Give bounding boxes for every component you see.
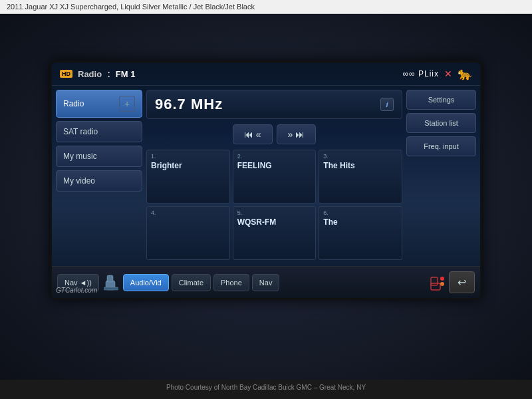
- transport-controls: ⏮ « » ⏭: [146, 124, 402, 144]
- screen-content: Radio + SAT radio My music My video: [52, 86, 480, 264]
- nav2-label: Nav: [259, 279, 273, 287]
- hd-logo: HD: [60, 70, 72, 78]
- radio-text: Radio: [78, 69, 102, 79]
- svg-point-6: [440, 282, 444, 286]
- station-6-num: 6.: [323, 209, 398, 216]
- frequency-display: 96.7 MHz i: [146, 90, 402, 119]
- phone-button[interactable]: Phone: [213, 274, 249, 291]
- prev-button[interactable]: ⏮ «: [233, 124, 273, 144]
- station-2-name: FEELING: [237, 161, 312, 170]
- page-title: 2011 Jaguar XJ XJ Supercharged, Liquid S…: [7, 3, 255, 11]
- station-5-name: WQSR-FM: [237, 217, 312, 227]
- audio-vid-label: Audio/Vid: [130, 279, 162, 287]
- right-sidebar: Settings Station list Freq. input: [406, 90, 476, 260]
- station-6[interactable]: 6. The: [319, 206, 402, 260]
- menu-video-label: My video: [63, 176, 95, 186]
- svg-rect-4: [431, 283, 440, 290]
- station-4-name: [151, 217, 225, 227]
- svg-point-5: [440, 277, 444, 281]
- menu-item-my-music[interactable]: My music: [56, 146, 142, 167]
- svg-rect-1: [107, 275, 113, 282]
- header-right: ∞∞ PLiix ✕ 🐆: [403, 66, 472, 81]
- center-area: 96.7 MHz i ⏮ « » ⏭ 1. Brighter: [146, 90, 402, 260]
- phone-label: Phone: [221, 279, 242, 287]
- menu-item-radio[interactable]: Radio +: [56, 90, 142, 118]
- station-1-name: Brighter: [151, 161, 225, 170]
- menu-music-label: My music: [63, 152, 97, 161]
- station-grid: 1. Brighter 2. FEELING 3. The Hits 4.: [146, 150, 402, 260]
- back-button[interactable]: ↩: [449, 271, 475, 293]
- left-menu: Radio + SAT radio My music My video: [56, 90, 142, 260]
- climate-button[interactable]: Climate: [172, 274, 211, 291]
- fm-label: FM 1: [116, 69, 136, 79]
- station-5-num: 5.: [237, 209, 312, 216]
- climate-label: Climate: [179, 279, 203, 287]
- svg-rect-2: [104, 287, 118, 290]
- station-2[interactable]: 2. FEELING: [233, 150, 317, 203]
- station-3-num: 3.: [323, 153, 398, 160]
- pliix-logo: ∞∞ PLiix: [403, 69, 439, 78]
- menu-item-my-video[interactable]: My video: [56, 170, 142, 192]
- bottom-nav: Nav ◄)) Audio/Vid Climate Phone: [52, 266, 480, 298]
- station-1-num: 1.: [151, 153, 225, 160]
- station-5[interactable]: 5. WQSR-FM: [233, 206, 317, 260]
- station-3-name: The Hits: [323, 161, 398, 170]
- freq-input-button[interactable]: Freq. input: [406, 136, 476, 156]
- station-3[interactable]: 3. The Hits: [319, 150, 402, 203]
- next-button[interactable]: » ⏭: [277, 124, 317, 144]
- nav-button-2[interactable]: Nav: [252, 274, 280, 291]
- menu-sat-label: SAT radio: [63, 127, 98, 136]
- photo-area: HD Radio : FM 1 ∞∞ PLiix ✕ 🐆 Radio +: [0, 14, 532, 380]
- jaguar-logo: 🐆: [458, 66, 472, 81]
- top-bar: 2011 Jaguar XJ XJ Supercharged, Liquid S…: [0, 0, 532, 14]
- station-4-num: 4.: [151, 209, 225, 216]
- station-4[interactable]: 4.: [146, 206, 230, 260]
- screen-header: HD Radio : FM 1 ∞∞ PLiix ✕ 🐆: [52, 63, 480, 86]
- add-button[interactable]: +: [119, 96, 135, 112]
- caption-text: Photo Courtesy of North Bay Cadillac Bui…: [166, 384, 366, 391]
- menu-radio-label: Radio: [63, 99, 84, 108]
- station-6-name: The: [323, 217, 398, 227]
- bottom-caption: Photo Courtesy of North Bay Cadillac Bui…: [0, 380, 532, 394]
- hd-radio-label: HD Radio : FM 1: [60, 68, 135, 79]
- seat-icon[interactable]: [102, 271, 120, 294]
- warning-indicators: [428, 272, 446, 293]
- settings-button[interactable]: Settings: [406, 90, 476, 110]
- station-1[interactable]: 1. Brighter: [146, 150, 230, 203]
- watermark: GTCarlot.com: [56, 287, 97, 294]
- screen-inner: HD Radio : FM 1 ∞∞ PLiix ✕ 🐆 Radio +: [52, 63, 480, 298]
- nav-label: Nav ◄)): [65, 279, 92, 287]
- station-2-num: 2.: [237, 153, 312, 160]
- svg-rect-3: [431, 277, 438, 285]
- menu-item-sat-radio[interactable]: SAT radio: [56, 121, 142, 142]
- close-icon[interactable]: ✕: [444, 68, 452, 79]
- audio-vid-button[interactable]: Audio/Vid: [123, 274, 169, 291]
- frequency-value: 96.7 MHz: [155, 96, 223, 113]
- infotainment-screen: HD Radio : FM 1 ∞∞ PLiix ✕ 🐆 Radio +: [50, 61, 482, 300]
- separator: :: [107, 68, 110, 79]
- station-list-button[interactable]: Station list: [406, 113, 476, 133]
- info-button[interactable]: i: [380, 98, 394, 111]
